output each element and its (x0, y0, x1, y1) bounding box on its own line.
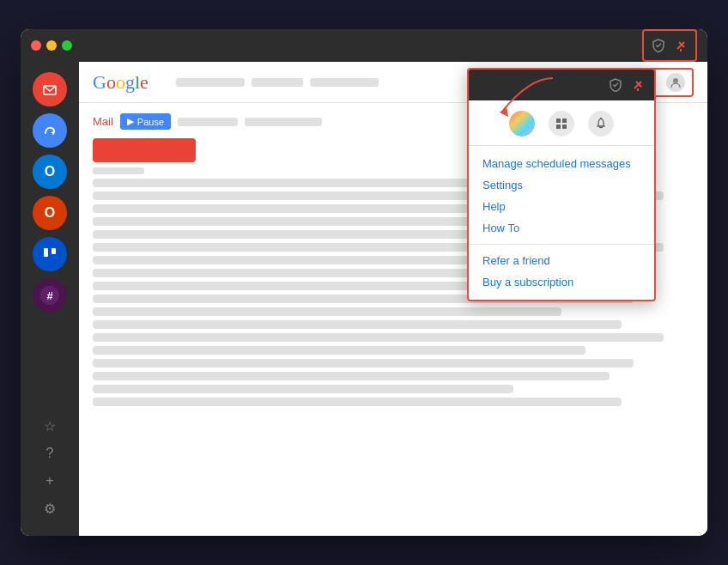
titlebar-right-icons (642, 29, 697, 62)
svg-rect-17 (562, 118, 567, 123)
svg-rect-5 (40, 121, 59, 140)
svg-rect-8 (44, 248, 48, 257)
arrow-annotation (484, 74, 561, 129)
sidebar-item-outlook[interactable]: O (33, 155, 67, 189)
svg-point-12 (673, 78, 678, 83)
refer-friend-link[interactable]: Refer a friend (469, 250, 654, 271)
sidebar-item-slack[interactable]: # (33, 278, 67, 313)
pin-icon[interactable] (673, 38, 689, 53)
account-icon[interactable] (666, 73, 685, 92)
shield-icon[interactable] (651, 38, 666, 53)
menu-divider (469, 244, 654, 245)
svg-rect-7 (40, 245, 59, 264)
sidebar-bottom: ☆ ? + ⚙ (38, 414, 62, 527)
title-bar (21, 29, 707, 62)
sidebar: O O # ☆ ? + (21, 62, 79, 536)
traffic-lights (31, 40, 72, 51)
app-window: O O # ☆ ? + (21, 29, 707, 536)
mail-label: Mail (93, 115, 113, 128)
google-logo: Google (93, 71, 149, 94)
star-icon[interactable]: ☆ (38, 414, 62, 438)
settings-icon[interactable]: ⚙ (38, 496, 62, 520)
popup-bell-icon[interactable] (588, 111, 614, 137)
popup-pin-icon[interactable] (630, 77, 646, 93)
svg-rect-9 (52, 248, 56, 254)
popup-menu: Manage scheduled messages Settings Help … (469, 146, 654, 300)
close-button[interactable] (31, 40, 41, 51)
sidebar-item-boomerang[interactable] (33, 113, 67, 148)
pause-button[interactable]: ▶ Pause (120, 113, 171, 130)
manage-scheduled-link[interactable]: Manage scheduled messages (469, 153, 654, 174)
svg-text:#: # (46, 289, 53, 302)
help-icon[interactable]: ? (38, 441, 62, 465)
svg-point-21 (600, 118, 602, 119)
svg-rect-19 (562, 125, 567, 129)
sidebar-item-trello[interactable] (33, 237, 67, 271)
sidebar-item-gmail[interactable] (33, 72, 67, 106)
email-highlight (93, 138, 196, 162)
maximize-button[interactable] (62, 40, 72, 51)
settings-link[interactable]: Settings (469, 174, 654, 196)
popup-shield-icon[interactable] (608, 77, 623, 93)
add-icon[interactable]: + (38, 469, 62, 493)
help-link[interactable]: Help (469, 196, 654, 217)
sidebar-item-office[interactable]: O (33, 196, 67, 230)
how-to-link[interactable]: How To (469, 217, 654, 239)
buy-subscription-link[interactable]: Buy a subscription (469, 271, 654, 293)
minimize-button[interactable] (46, 40, 57, 51)
